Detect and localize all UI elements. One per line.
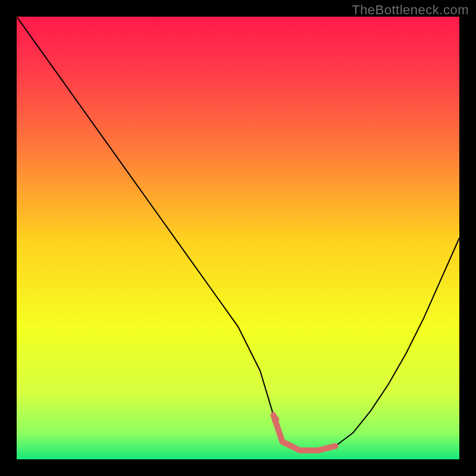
bottleneck-chart <box>17 17 459 459</box>
gradient-background <box>17 17 459 459</box>
watermark-text: TheBottleneck.com <box>352 2 469 18</box>
highlight-dot <box>272 416 279 423</box>
chart-stage: TheBottleneck.com <box>0 0 476 476</box>
marker-layer <box>272 416 279 423</box>
plot-area <box>17 17 459 459</box>
